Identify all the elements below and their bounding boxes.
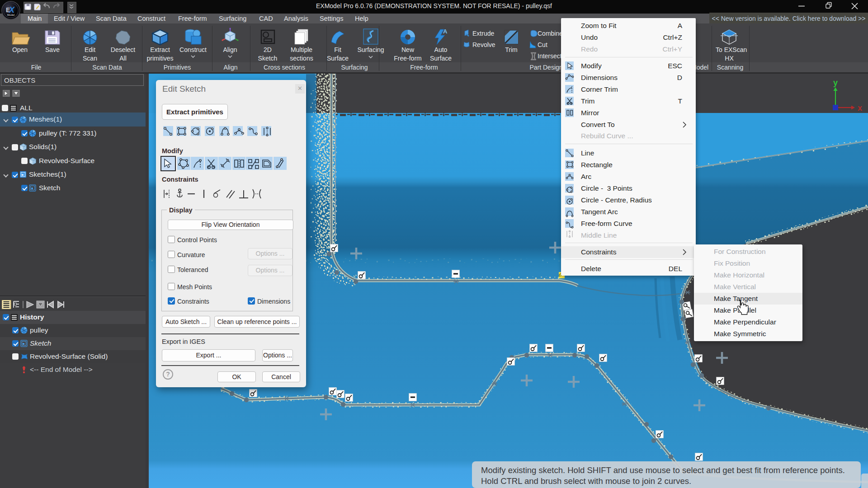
svg-text:y: y: [833, 78, 838, 87]
svg-text:Model: Model: [7, 14, 14, 16]
svg-text:A: A: [443, 28, 448, 35]
svg-text:X: X: [9, 5, 15, 14]
svg-text:x: x: [858, 103, 862, 113]
